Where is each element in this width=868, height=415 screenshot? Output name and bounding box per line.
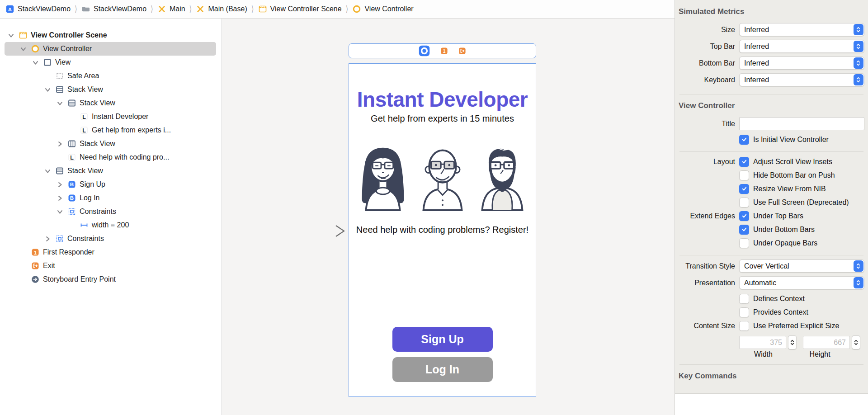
outline-row-need-help-with-coding-pro[interactable]: LNeed help with coding pro... [0, 151, 222, 164]
breadcrumb-item-view-controller-scene-4[interactable]: View Controller Scene [258, 5, 342, 14]
storyboard-entry-arrow [291, 224, 350, 238]
outline-row-get-help-from-experts-i[interactable]: LGet help from experts i... [0, 123, 222, 137]
outline-row-stack-view[interactable]: Stack View [0, 137, 222, 151]
bottom-bar-label: Bottom Bar [679, 59, 739, 67]
outline-row-view-controller-scene[interactable]: View Controller Scene [0, 28, 222, 42]
under-opaque-bars-checkbox[interactable] [739, 238, 749, 248]
defines-context-checkbox[interactable] [739, 294, 749, 304]
outline-row-safe-area[interactable]: Safe Area [0, 69, 222, 83]
under-top-bars-checkbox[interactable] [739, 211, 749, 221]
subtitle-label[interactable]: Get help from experts in 15 minutes [349, 113, 536, 124]
disclosure-down-icon[interactable] [45, 168, 55, 174]
title-field[interactable] [739, 117, 864, 130]
first-responder-icon[interactable]: 1 [440, 47, 448, 55]
outline-row-constraints[interactable]: Constraints [0, 205, 222, 218]
instant-developer-label[interactable]: Instant Developer [349, 87, 536, 112]
exit-icon[interactable] [458, 47, 467, 55]
view-controller-blue-icon[interactable] [418, 45, 430, 57]
outline-row-view[interactable]: View [0, 56, 222, 69]
scene-icon [19, 31, 28, 40]
svg-text:1: 1 [34, 250, 37, 255]
app-target-icon: A [5, 5, 14, 14]
width-axis-label: Width [735, 350, 792, 358]
breadcrumb-item-stackviewdemo-0[interactable]: AStackViewDemo [5, 5, 71, 14]
stack-v-icon [55, 85, 64, 94]
outline-row-width-200[interactable]: width = 200 [0, 218, 222, 232]
register-caption-label[interactable]: Need help with coding problems? Register… [349, 225, 536, 235]
outline-row-first-responder[interactable]: 1First Responder [0, 245, 222, 259]
width-field[interactable] [739, 336, 786, 349]
disclosure-down-icon[interactable] [8, 33, 19, 38]
disclosure-down-icon[interactable] [20, 46, 31, 52]
height-field[interactable] [803, 336, 850, 349]
presentation-popup[interactable]: Automatic [739, 276, 864, 289]
breadcrumb-separator: ⟩ [189, 4, 192, 14]
breadcrumb-separator: ⟩ [346, 4, 349, 14]
breadcrumb-item-view-controller-5[interactable]: View Controller [352, 5, 413, 14]
provides-context-checkbox[interactable] [739, 307, 749, 317]
outline-row-instant-developer[interactable]: LInstant Developer [0, 110, 222, 123]
use-preferred-explicit-size-checkbox[interactable] [739, 321, 749, 331]
outline-row-constraints[interactable]: Constraints [0, 232, 222, 245]
svg-text:L: L [82, 127, 86, 134]
content-size-label: Content Size [679, 322, 739, 330]
breadcrumb-item-main-base-3[interactable]: Main (Base) [196, 5, 247, 14]
outline-row-sign-up[interactable]: BSign Up [0, 178, 222, 191]
xcode-interface-builder-window: AStackViewDemo⟩StackViewDemo⟩Main⟩Main (… [0, 0, 868, 415]
disclosure-down-icon[interactable] [45, 87, 55, 93]
outline-row-stack-view[interactable]: Stack View [0, 83, 222, 96]
woman-with-glasses-avatar[interactable] [355, 135, 410, 211]
view-controller-view[interactable]: Instant Developer Get help from experts … [349, 63, 536, 397]
disclosure-right-icon[interactable] [57, 182, 67, 188]
bearded-man-with-glasses-avatar[interactable] [475, 135, 530, 211]
disclosure-right-icon[interactable] [57, 195, 67, 201]
top-bar-popup[interactable]: Inferred [739, 40, 864, 53]
bottom-bar-popup[interactable]: Inferred [739, 57, 864, 70]
outline-row-log-in[interactable]: BLog In [0, 191, 222, 205]
outline-row-storyboard-entry-point[interactable]: Storyboard Entry Point [0, 273, 222, 286]
size-popup[interactable]: Inferred [739, 23, 864, 36]
sign-up-button[interactable]: Sign Up [392, 327, 493, 352]
resize-view-from-nib-checkbox[interactable] [739, 184, 749, 194]
button-icon: B [67, 180, 76, 189]
section-header-view-controller: View Controller [679, 101, 864, 110]
popup-chevrons-icon [854, 260, 863, 272]
storyboard-canvas[interactable]: 1 Instant Developer Get help from expert… [222, 19, 675, 415]
under-bottom-bars-checkbox[interactable] [739, 225, 749, 235]
key-commands-empty-area [675, 393, 868, 415]
transition-style-popup[interactable]: Cover Vertical [739, 259, 864, 273]
hide-bottom-bar-on-push-checkbox[interactable] [739, 170, 749, 180]
is-initial-view-controller-checkbox[interactable] [739, 135, 749, 145]
bald-man-with-glasses-avatar[interactable] [415, 135, 470, 211]
height-axis-label: Height [792, 350, 848, 358]
adjust-scroll-view-insets-checkbox[interactable] [739, 157, 749, 167]
label-icon: L [67, 153, 76, 162]
constraints-icon [67, 207, 76, 216]
svg-text:L: L [70, 155, 74, 161]
breadcrumb-item-main-2[interactable]: Main [157, 5, 185, 14]
width-stepper[interactable] [788, 335, 797, 349]
folder-icon [81, 5, 90, 14]
outline-row-view-controller[interactable]: View Controller [5, 42, 216, 56]
outline-row-exit[interactable]: Exit [0, 259, 222, 273]
disclosure-down-icon[interactable] [57, 100, 67, 106]
disclosure-down-icon[interactable] [33, 60, 43, 66]
layout-label: Layout [679, 158, 739, 166]
keyboard-label: Keyboard [679, 76, 739, 84]
keyboard-popup[interactable]: Inferred [739, 73, 864, 86]
breadcrumb-item-stackviewdemo-1[interactable]: StackViewDemo [81, 5, 146, 14]
stack-v-icon [55, 166, 64, 175]
section-header-key-commands: Key Commands [679, 372, 864, 381]
exit-icon [31, 261, 40, 270]
outline-row-stack-view[interactable]: Stack View [0, 164, 222, 178]
disclosure-down-icon[interactable] [57, 209, 67, 215]
use-full-screen-deprecated-checkbox[interactable] [739, 198, 749, 208]
stack-h-icon [67, 139, 76, 148]
disclosure-right-icon[interactable] [45, 236, 55, 242]
outline-row-stack-view[interactable]: Stack View [0, 96, 222, 110]
log-in-button[interactable]: Log In [392, 357, 493, 382]
scene-icon [258, 5, 267, 14]
disclosure-right-icon[interactable] [57, 141, 67, 147]
height-stepper[interactable] [852, 335, 860, 349]
label-icon: L [80, 112, 89, 121]
